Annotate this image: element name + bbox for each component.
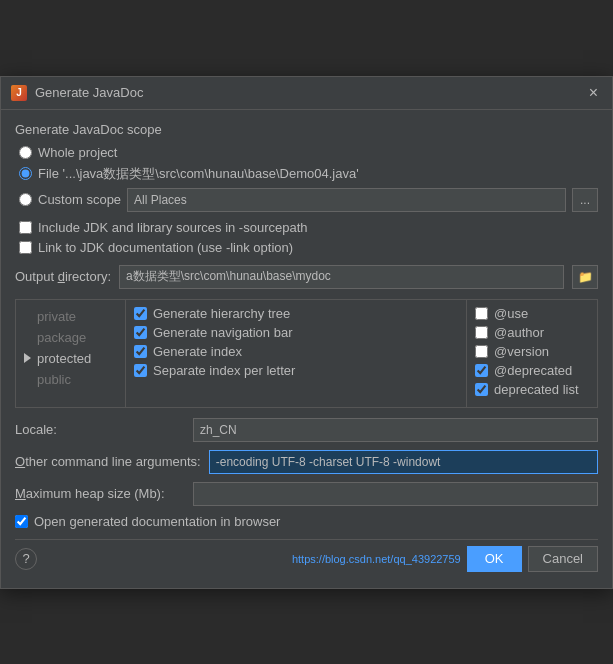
open-docs-checkbox[interactable]	[15, 515, 28, 528]
custom-scope-row: Custom scope All Places Project Files Mo…	[15, 188, 598, 212]
locale-input[interactable]	[193, 418, 598, 442]
file-radio[interactable]	[19, 167, 32, 180]
open-docs-label: Open generated documentation in browser	[34, 514, 280, 529]
vis-private-label: private	[37, 309, 76, 324]
output-dir-label: Output directory:	[15, 269, 111, 284]
custom-scope-radio[interactable]	[19, 193, 32, 206]
ok-button[interactable]: OK	[467, 546, 522, 572]
output-dir-row: Output directory: 📁	[15, 265, 598, 289]
title-bar-left: J Generate JavaDoc	[11, 85, 143, 101]
include-jdk-row: Include JDK and library sources in -sour…	[15, 220, 598, 235]
tags-panel: @use @author @version @deprecated deprec…	[467, 300, 597, 407]
tag-deprecated: @deprecated	[475, 363, 589, 378]
locale-label: Locale:	[15, 422, 185, 437]
deprecated-list-checkbox[interactable]	[475, 383, 488, 396]
use-checkbox[interactable]	[475, 307, 488, 320]
footer-link: https://blog.csdn.net/qq_43922759	[292, 553, 461, 565]
check-hierarchy: Generate hierarchy tree	[134, 306, 458, 321]
heap-input[interactable]	[193, 482, 598, 506]
open-docs-row: Open generated documentation in browser	[15, 514, 598, 529]
visibility-panel: private package protected public	[16, 300, 126, 407]
vis-protected[interactable]: protected	[20, 348, 121, 369]
file-label: File '...\java数据类型\src\com\hunau\base\De…	[38, 165, 359, 183]
tag-version: @version	[475, 344, 589, 359]
hierarchy-label: Generate hierarchy tree	[153, 306, 290, 321]
dialog-content: Generate JavaDoc scope Whole project Fil…	[1, 110, 612, 588]
custom-scope-select[interactable]: All Places Project Files Module Files	[127, 188, 566, 212]
dialog-title: Generate JavaDoc	[35, 85, 143, 100]
include-jdk-label: Include JDK and library sources in -sour…	[38, 220, 308, 235]
author-label: @author	[494, 325, 544, 340]
custom-scope-label: Custom scope	[38, 192, 121, 207]
locale-row: Locale:	[15, 418, 598, 442]
other-args-input[interactable]	[209, 450, 598, 474]
check-separate-index: Separate index per letter	[134, 363, 458, 378]
heap-label: Maximum heap size (Mb):	[15, 486, 185, 501]
navbar-checkbox[interactable]	[134, 326, 147, 339]
output-browse-button[interactable]: 📁	[572, 265, 598, 289]
tag-deprecated-list: deprecated list	[475, 382, 589, 397]
whole-project-label: Whole project	[38, 145, 117, 160]
other-args-row: Other command line arguments:	[15, 450, 598, 474]
separate-index-checkbox[interactable]	[134, 364, 147, 377]
heap-row: Maximum heap size (Mb):	[15, 482, 598, 506]
tag-author: @author	[475, 325, 589, 340]
use-label: @use	[494, 306, 528, 321]
other-args-label: Other command line arguments:	[15, 454, 201, 469]
dialog-icon: J	[11, 85, 27, 101]
vis-protected-label: protected	[37, 351, 91, 366]
vis-public-label: public	[37, 372, 71, 387]
whole-project-radio[interactable]	[19, 146, 32, 159]
link-jdk-row: Link to JDK documentation (use -link opt…	[15, 240, 598, 255]
checkboxes-panel: Generate hierarchy tree Generate navigat…	[126, 300, 467, 407]
index-label: Generate index	[153, 344, 242, 359]
deprecated-label: @deprecated	[494, 363, 572, 378]
index-checkbox[interactable]	[134, 345, 147, 358]
check-navbar: Generate navigation bar	[134, 325, 458, 340]
vis-private[interactable]: private	[20, 306, 121, 327]
scope-browse-button[interactable]: ...	[572, 188, 598, 212]
whole-project-row: Whole project	[15, 145, 598, 160]
author-checkbox[interactable]	[475, 326, 488, 339]
include-jdk-checkbox[interactable]	[19, 221, 32, 234]
output-dir-input[interactable]	[119, 265, 564, 289]
vis-arrow-right	[24, 353, 31, 363]
vis-public[interactable]: public	[20, 369, 121, 390]
scope-section-label: Generate JavaDoc scope	[15, 122, 598, 137]
options-panel: private package protected public	[15, 299, 598, 408]
deprecated-checkbox[interactable]	[475, 364, 488, 377]
footer: ? https://blog.csdn.net/qq_43922759 OK C…	[15, 539, 598, 576]
navbar-label: Generate navigation bar	[153, 325, 292, 340]
close-button[interactable]: ×	[585, 85, 602, 101]
file-row: File '...\java数据类型\src\com\hunau\base\De…	[15, 165, 598, 183]
generate-javadoc-dialog: J Generate JavaDoc × Generate JavaDoc sc…	[0, 76, 613, 589]
separate-index-label: Separate index per letter	[153, 363, 295, 378]
footer-right: https://blog.csdn.net/qq_43922759 OK Can…	[292, 546, 598, 572]
scope-radio-group: Whole project File '...\java数据类型\src\com…	[15, 145, 598, 212]
footer-left: ?	[15, 548, 37, 570]
cancel-button[interactable]: Cancel	[528, 546, 598, 572]
tag-use: @use	[475, 306, 589, 321]
link-jdk-label: Link to JDK documentation (use -link opt…	[38, 240, 293, 255]
deprecated-list-label: deprecated list	[494, 382, 579, 397]
version-label: @version	[494, 344, 549, 359]
version-checkbox[interactable]	[475, 345, 488, 358]
vis-package[interactable]: package	[20, 327, 121, 348]
hierarchy-checkbox[interactable]	[134, 307, 147, 320]
help-button[interactable]: ?	[15, 548, 37, 570]
title-bar: J Generate JavaDoc ×	[1, 77, 612, 110]
link-jdk-checkbox[interactable]	[19, 241, 32, 254]
check-index: Generate index	[134, 344, 458, 359]
vis-package-label: package	[37, 330, 86, 345]
